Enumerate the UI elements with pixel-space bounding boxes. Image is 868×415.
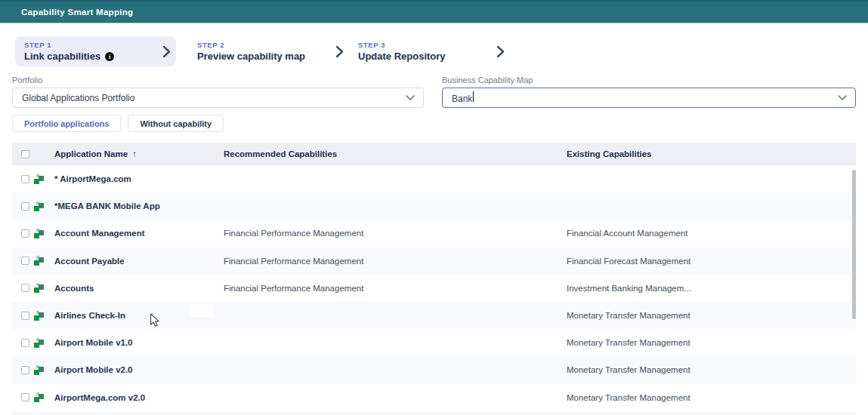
application-icon: [34, 392, 44, 402]
recommended-capability-cell[interactable]: Financial Performance Management: [224, 257, 567, 266]
application-icon: [34, 311, 44, 321]
application-icon: [34, 256, 44, 266]
row-checkbox[interactable]: [21, 229, 29, 238]
row-checkbox[interactable]: [21, 366, 29, 374]
table-row[interactable]: Airlines Check-In Monetary Transfer Mana…: [12, 302, 856, 329]
table-row[interactable]: * AirportMega.com: [12, 165, 856, 192]
step-1-label: STEP 1: [24, 41, 114, 49]
step-2-preview-capability-map[interactable]: STEP 2 Preview capability map: [188, 36, 349, 66]
column-recommended-capabilities[interactable]: Recommended Capabilities: [224, 149, 567, 158]
step-2-title: Preview capability map: [197, 51, 305, 62]
existing-capability-cell[interactable]: Monetary Transfer Management: [567, 311, 856, 320]
table-row[interactable]: Account Payable Financial Performance Ma…: [12, 247, 856, 275]
table-row[interactable]: Airport Mobile v2.0 Monetary Transfer Ma…: [12, 356, 856, 383]
hover-artifact: [190, 304, 213, 317]
page-title: Capability Smart Mapping: [21, 8, 133, 17]
application-icon: [34, 283, 44, 293]
applications-table: Application Name↑ Recommended Capabiliti…: [12, 143, 856, 415]
chevron-right-icon: [496, 45, 505, 59]
vertical-scrollbar[interactable]: [852, 170, 856, 319]
recommended-capability-cell[interactable]: Financial Performance Management: [224, 229, 567, 238]
chevron-down-icon: [837, 94, 848, 101]
application-name-cell[interactable]: Airport Mobile v1.0: [54, 338, 224, 347]
application-name-cell[interactable]: Account Payable: [54, 257, 224, 266]
row-checkbox[interactable]: [21, 312, 29, 320]
portfolio-value: Global Applications Portfolio: [22, 93, 405, 103]
portfolio-select[interactable]: Global Applications Portfolio: [12, 88, 424, 108]
application-name-cell[interactable]: AirportMega.com v2.0: [54, 393, 224, 402]
table-row[interactable]: Accounts Financial Performance Managemen…: [12, 275, 856, 302]
existing-capability-cell[interactable]: Monetary Transfer Management: [567, 338, 856, 347]
step-3-label: STEP 3: [358, 41, 446, 49]
info-icon[interactable]: i: [105, 52, 114, 61]
filter-buttons: Portfolio applications Without capabilit…: [12, 115, 868, 132]
column-existing-capabilities[interactable]: Existing Capabilities: [567, 149, 856, 158]
application-icon: [34, 174, 44, 184]
filters-row: Portfolio Global Applications Portfolio …: [12, 75, 856, 108]
row-checkbox[interactable]: [21, 339, 29, 347]
application-name-cell[interactable]: Account Management: [54, 229, 224, 238]
table-header-row: Application Name↑ Recommended Capabiliti…: [12, 143, 856, 165]
existing-capability-cell[interactable]: Investment Banking Managem...: [567, 284, 856, 293]
table-row[interactable]: Account Management Financial Performance…: [12, 220, 856, 247]
table-row[interactable]: Airport Mobile v1.0 Monetary Transfer Ma…: [12, 329, 856, 356]
row-checkbox[interactable]: [21, 202, 29, 211]
step-3-title: Update Repository: [358, 51, 446, 62]
portfolio-applications-button[interactable]: Portfolio applications: [12, 115, 121, 132]
recommended-capability-cell[interactable]: Financial Performance Management: [224, 284, 567, 293]
row-checkbox[interactable]: [21, 284, 29, 292]
capability-map-input[interactable]: Bank: [442, 88, 856, 108]
capability-map-value: Bank: [452, 91, 837, 104]
row-checkbox[interactable]: [21, 175, 29, 183]
chevron-right-icon: [162, 45, 171, 59]
existing-capability-cell[interactable]: Monetary Transfer Management: [567, 393, 856, 402]
select-all-checkbox[interactable]: [21, 150, 29, 158]
existing-capability-cell[interactable]: Financial Forecast Management: [567, 257, 856, 266]
application-icon: [34, 338, 44, 348]
application-name-cell[interactable]: Accounts: [54, 284, 224, 293]
application-name-cell[interactable]: * AirportMega.com: [54, 174, 224, 183]
chevron-right-icon: [335, 45, 344, 59]
row-checkbox[interactable]: [21, 257, 29, 265]
app-header: Capability Smart Mapping: [0, 0, 868, 23]
text-caret: [473, 91, 474, 102]
mouse-cursor: [150, 313, 161, 329]
table-row-partial: [12, 411, 856, 415]
portfolio-label: Portfolio: [12, 75, 424, 85]
without-capability-button[interactable]: Without capability: [128, 115, 224, 132]
step-2-label: STEP 2: [197, 41, 305, 49]
existing-capability-cell[interactable]: Monetary Transfer Management: [567, 365, 856, 374]
step-1-link-capabilities[interactable]: STEP 1 Link capabilities i: [15, 36, 176, 66]
column-application-name[interactable]: Application Name↑: [54, 149, 224, 158]
application-name-cell[interactable]: Airport Mobile v2.0: [54, 365, 224, 374]
application-icon: [34, 229, 44, 238]
wizard-stepper: STEP 1 Link capabilities i STEP 2 Previe…: [15, 36, 868, 66]
existing-capability-cell[interactable]: Financial Account Management: [567, 229, 856, 238]
table-row[interactable]: AirportMega.com v2.0 Monetary Transfer M…: [12, 384, 856, 411]
step-1-title: Link capabilities i: [24, 51, 114, 62]
row-checkbox[interactable]: [21, 393, 29, 401]
application-name-cell[interactable]: *MEGA BANK Mobile App: [54, 201, 224, 211]
application-icon: [34, 201, 44, 211]
sort-ascending-icon[interactable]: ↑: [132, 149, 137, 158]
chevron-down-icon: [405, 94, 415, 101]
capability-map-label: Business Capability Map: [442, 75, 856, 85]
table-row[interactable]: *MEGA BANK Mobile App: [12, 192, 856, 220]
step-3-update-repository[interactable]: STEP 3 Update Repository: [349, 36, 510, 66]
application-icon: [34, 365, 44, 375]
table-body: * AirportMega.com *MEGA BANK Mobile App …: [12, 165, 856, 415]
